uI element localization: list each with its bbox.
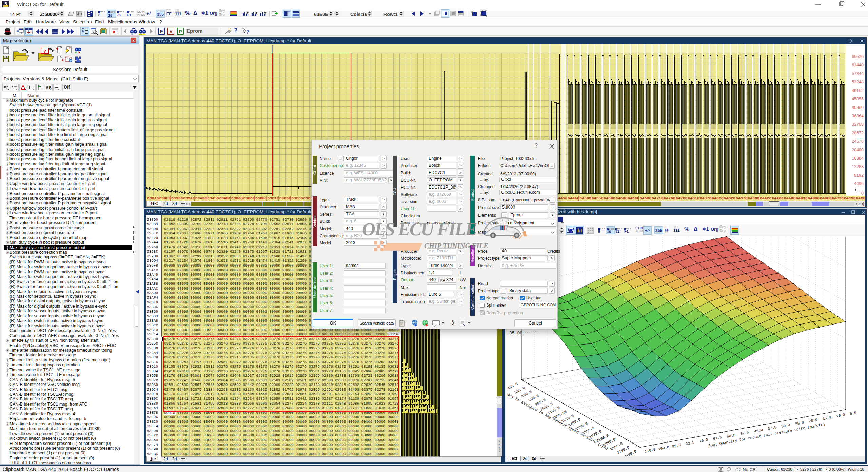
svg-text:61440: 61440 [852,63,864,67]
svg-text:F: F [160,29,163,34]
svg-text:37.5: 37.5 [767,425,777,431]
svg-text:110.0: 110.0 [644,447,656,454]
svg-text:may be assigned to any generic: may be assigned to any generic speed var… [507,393,609,451]
svg-text:67.5: 67.5 [713,435,722,441]
svg-text:60.0: 60.0 [726,433,736,439]
svg-text:15.0: 15.0 [822,415,831,421]
svg-text:28672: 28672 [852,131,864,135]
svg-text:25.0: 25.0 [795,420,804,426]
svg-text:16384: 16384 [852,156,864,161]
svg-text:45.0: 45.0 [754,428,763,434]
svg-text:45056: 45056 [852,97,864,101]
svg-text:HM..: HM.. [139,33,143,35]
svg-text:75.0: 75.0 [699,438,708,444]
svg-text:P: P [179,29,182,34]
svg-text:0: 0 [861,191,864,196]
svg-text:5.0: 5.0 [849,411,857,416]
svg-text:4096: 4096 [854,181,864,186]
svg-text:40960: 40960 [852,105,864,110]
svg-text:65536: 65536 [852,54,864,59]
svg-text:8192: 8192 [854,173,864,178]
svg-text:24576: 24576 [852,139,864,144]
svg-text:82.5: 82.5 [685,440,695,446]
svg-text:Fuel Quantity for reduce rail: Fuel Quantity for reduce rail pressure s… [708,422,825,448]
svg-text:90.0: 90.0 [672,443,681,449]
svg-text:35.00: 35.00 [509,331,522,336]
svg-text:HM..: HM.. [131,33,134,35]
svg-text:12288: 12288 [852,164,864,169]
svg-text:49152: 49152 [852,88,864,93]
svg-text:36864: 36864 [852,114,864,118]
svg-text:5: 5 [4,1,7,6]
svg-text:=?: =? [4,85,8,89]
svg-text:100.0: 100.0 [658,445,670,451]
svg-text:30.0: 30.0 [781,423,790,429]
svg-text:53248: 53248 [852,80,864,84]
svg-text:V: V [43,49,46,54]
svg-text:20480: 20480 [852,148,864,152]
svg-text:57344: 57344 [852,71,864,76]
svg-text:10.0: 10.0 [836,413,845,418]
svg-text:20.0: 20.0 [808,418,818,424]
svg-text:52.5: 52.5 [740,430,749,436]
svg-text:?: ? [246,29,249,35]
svg-text:32768: 32768 [852,122,864,127]
svg-text:V: V [170,29,173,34]
